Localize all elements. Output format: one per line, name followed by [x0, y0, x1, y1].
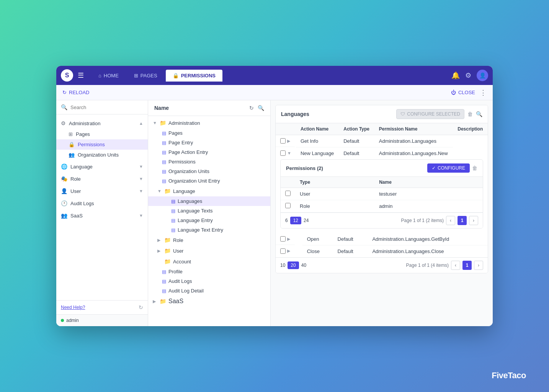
- administration-tree-arrow: ▼: [153, 121, 157, 125]
- sub-toolbar: ↻ RELOAD ⏻ CLOSE ⋮: [56, 85, 493, 100]
- sidebar-refresh-icon[interactable]: ↻: [139, 304, 143, 310]
- main-prev-page-button[interactable]: ‹: [451, 261, 460, 270]
- reload-button[interactable]: ↻ RELOAD: [62, 90, 89, 95]
- tree-header: Name ↻ 🔍: [148, 100, 270, 116]
- perms-delete-icon[interactable]: 🗑: [472, 165, 477, 171]
- tab-pages[interactable]: ⊞ PAGES: [127, 70, 164, 82]
- sub-prev-page-button[interactable]: ‹: [446, 216, 455, 225]
- sub-row-name: admin: [374, 200, 483, 212]
- status-online-dot: [61, 319, 64, 322]
- tree-folder-header-user[interactable]: ▶ 📁 User: [148, 245, 270, 256]
- row-checkbox[interactable]: [280, 138, 286, 144]
- tree-leaf-org-unit-entry[interactable]: ▤ Organization Unit Entry: [148, 176, 270, 186]
- saas-folder-icon: 📁: [160, 298, 166, 304]
- tree-refresh-icon[interactable]: ↻: [249, 105, 254, 111]
- notification-icon[interactable]: 🔔: [451, 71, 460, 80]
- sub-row-checkbox-cell: [281, 200, 295, 212]
- sub-row-checkbox[interactable]: [285, 191, 291, 196]
- account-tree-label: Account: [173, 259, 191, 265]
- sub-next-page-button[interactable]: ›: [469, 216, 478, 225]
- configure-button[interactable]: ✓ CONFIGURE: [427, 163, 470, 173]
- main-next-page-button[interactable]: ›: [474, 261, 483, 270]
- sidebar-item-pages[interactable]: ⊞ Pages: [56, 129, 148, 139]
- row-checkbox[interactable]: [280, 236, 286, 242]
- tree-leaf-audit-logs[interactable]: ▤ Audit Logs: [148, 276, 270, 286]
- tree-folder-header-language[interactable]: ▼ 📁 Language: [148, 186, 270, 196]
- content-panel: Languages 🛡 CONFIGURE SELECTED 🗑 🔍: [271, 100, 493, 326]
- sidebar-group-header-language[interactable]: 🌐 Language ▼: [56, 161, 148, 172]
- row-checkbox-cell: ▶: [276, 135, 295, 147]
- close-button[interactable]: ⏻ CLOSE: [451, 90, 475, 95]
- row-checkbox-cell: ▶: [276, 245, 295, 257]
- row-arrow[interactable]: ▶: [287, 237, 290, 242]
- tree-folder-header-administration[interactable]: ▼ 📁 Administration: [148, 118, 270, 128]
- sidebar-group-header-administration[interactable]: ⚙ Administration ▲: [56, 118, 148, 129]
- nav-right: 🔔 ⚙ 👤: [451, 70, 488, 81]
- sub-row-type: Role: [295, 200, 374, 212]
- sidebar-item-permissions[interactable]: 🔒 Permissions: [56, 139, 148, 150]
- language-texts-leaf-label: Language Texts: [178, 208, 213, 214]
- tree-leaf-audit-log-detail[interactable]: ▤ Audit Log Detail: [148, 286, 270, 296]
- sidebar-group-header-audit-logs[interactable]: 🕐 Audit Logs: [56, 198, 148, 209]
- page-size-20-button[interactable]: 20: [288, 261, 299, 269]
- need-help-link[interactable]: Need Help?: [61, 305, 85, 310]
- sidebar-item-org-units[interactable]: 👥 Organization Units: [56, 150, 148, 160]
- main-page-1-button[interactable]: 1: [462, 261, 472, 270]
- tree-leaf-language-texts[interactable]: ▤ Language Texts: [148, 206, 270, 216]
- user-avatar[interactable]: 👤: [477, 70, 488, 81]
- tree-leaf-pages[interactable]: ▤ Pages: [148, 128, 270, 138]
- row-checkbox[interactable]: [280, 248, 286, 254]
- row-arrow[interactable]: ▶: [287, 248, 290, 253]
- tree-search-icon[interactable]: 🔍: [258, 105, 264, 111]
- tree-leaf-permissions[interactable]: ▤ Permissions: [148, 157, 270, 167]
- sub-row-checkbox[interactable]: [285, 203, 291, 208]
- tree-leaf-page-entry[interactable]: ▤ Page Entry: [148, 138, 270, 147]
- sidebar-group-administration: ⚙ Administration ▲ ⊞ Pages 🔒 Permissions…: [56, 118, 148, 160]
- administration-folder-icon: 📁: [160, 120, 166, 126]
- tab-permissions[interactable]: 🔒 PERMISSIONS: [166, 70, 222, 82]
- row-checkbox[interactable]: [280, 150, 286, 156]
- org-units-sidebar-icon: 👥: [69, 152, 75, 158]
- tree-body: ▼ 📁 Administration ▤ Pages ▤ Page Entry: [148, 116, 270, 326]
- app-logo[interactable]: S: [61, 69, 73, 82]
- sidebar-group-header-user[interactable]: 👤 User ▼: [56, 185, 148, 197]
- sidebar-group-role: 🎭 Role ▼: [56, 173, 148, 185]
- language-text-entry-leaf-label: Language Text Entry: [178, 227, 223, 233]
- sidebar-group-user: 👤 User ▼: [56, 185, 148, 197]
- tree-leaf-page-action-entry[interactable]: ▤ Page Action Entry: [148, 147, 270, 157]
- sidebar-group-header-saas[interactable]: 👥 SaaS ▼: [56, 210, 148, 221]
- main-layout: 🔍 ⚙ Administration ▲ ⊞ Pages 🔒: [56, 100, 493, 326]
- permissions-table-header-row: Action Name Action Type Permission Name …: [276, 123, 488, 135]
- nav-tabs: ⌂ HOME ⊞ PAGES 🔒 PERMISSIONS: [92, 70, 451, 82]
- tab-home[interactable]: ⌂ HOME: [92, 70, 126, 82]
- sub-table-row: User testuser: [281, 188, 483, 200]
- sub-page-size-12-button[interactable]: 12: [290, 217, 301, 224]
- settings-icon[interactable]: ⚙: [465, 71, 471, 80]
- main-page-info: Page 1 of 1 (4 items): [406, 263, 449, 268]
- col-checkbox: [276, 123, 296, 135]
- tree-leaf-org-units[interactable]: ▤ Organization Units: [148, 167, 270, 176]
- row-arrow-expanded[interactable]: ▼: [287, 151, 291, 155]
- tree-leaf-languages[interactable]: ▤ Languages: [148, 196, 270, 206]
- user-folder-icon: 📁: [164, 248, 171, 254]
- tree-folder-header-role[interactable]: ▶ 📁 Role: [148, 235, 270, 245]
- app-container: S ☰ ⌂ HOME ⊞ PAGES 🔒 PERMISSIONS 🔔 ⚙ 👤: [56, 66, 493, 326]
- permissions-sidebar-label: Permissions: [78, 142, 105, 147]
- delete-languages-icon[interactable]: 🗑: [467, 111, 473, 117]
- row-arrow[interactable]: ▶: [287, 139, 290, 144]
- tree-leaf-profile[interactable]: ▤ Profile: [148, 267, 270, 276]
- power-icon: ⏻: [451, 90, 456, 95]
- hamburger-menu[interactable]: ☰: [78, 71, 84, 80]
- languages-section-header: Languages 🛡 CONFIGURE SELECTED 🗑 🔍: [276, 105, 488, 123]
- tree-leaf-language-entry[interactable]: ▤ Language Entry: [148, 216, 270, 225]
- tree-folder-header-account[interactable]: 📁 Account: [148, 256, 270, 267]
- tree-folder-header-saas[interactable]: ▶ 📁 SaaS: [148, 296, 270, 307]
- sidebar-group-header-role[interactable]: 🎭 Role ▼: [56, 173, 148, 185]
- tree-leaf-language-text-entry[interactable]: ▤ Language Text Entry: [148, 225, 270, 235]
- more-options-icon[interactable]: ⋮: [480, 88, 487, 97]
- search-input[interactable]: [70, 105, 143, 110]
- sub-page-1-button[interactable]: 1: [458, 216, 467, 225]
- search-languages-icon[interactable]: 🔍: [476, 111, 482, 117]
- page-action-entry-leaf-icon: ▤: [162, 150, 166, 155]
- sub-col-name: Name: [374, 177, 483, 188]
